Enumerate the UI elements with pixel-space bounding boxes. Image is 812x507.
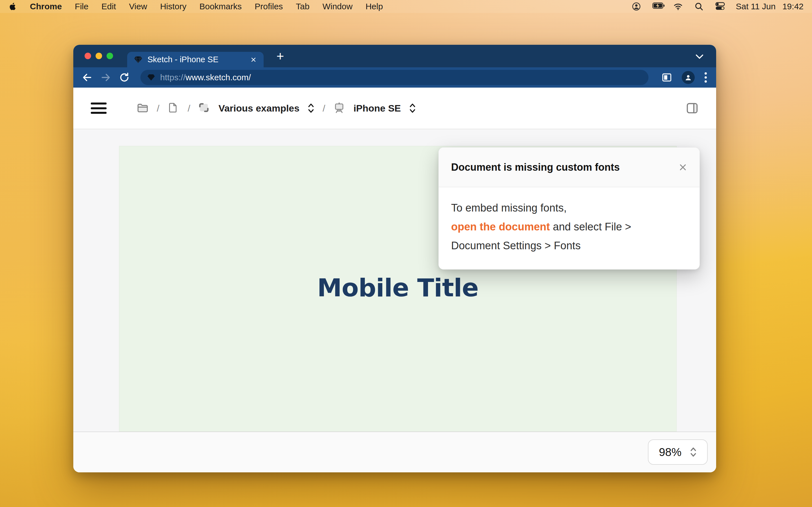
dialog-body: To embed missing fonts, open the documen… [439,187,700,269]
control-center-icon[interactable] [715,2,725,11]
browser-tab-active[interactable]: Sketch - iPhone SE [127,52,264,67]
menu-item-history[interactable]: History [160,2,186,11]
menu-item-chrome[interactable]: Chrome [30,2,62,11]
page-stepper-icon[interactable] [409,102,416,114]
menu-item-help[interactable]: Help [365,2,383,11]
dialog-text-line2-rest: and select File > [550,221,631,233]
page-name[interactable]: iPhone SE [354,103,401,114]
tab-close-icon[interactable] [250,56,257,63]
document-name[interactable]: Various examples [218,103,299,114]
dialog-text-line1: To embed missing fonts, [451,199,687,217]
new-tab-button[interactable]: + [274,50,287,63]
menu-item-bookmarks[interactable]: Bookmarks [199,2,242,11]
open-document-link[interactable]: open the document [451,221,550,233]
breadcrumb: / / Vario [137,102,416,114]
minimize-window-button[interactable] [96,53,102,59]
sketch-app: / / Vario [73,88,716,472]
artboard-icon [198,102,211,114]
battery-charging-icon[interactable] [652,2,662,11]
easel-icon [333,102,346,114]
folder-icon[interactable] [137,102,149,114]
zoom-window-button[interactable] [107,53,113,59]
menu-item-profiles[interactable]: Profiles [255,2,283,11]
user-account-icon[interactable] [631,2,641,11]
zoom-control[interactable]: 98% [648,439,708,465]
apple-icon[interactable] [8,2,17,11]
menu-bar-clock[interactable]: Sat 11 Jun 19:42 [736,2,804,11]
reload-button[interactable] [119,72,130,83]
close-window-button[interactable] [85,53,91,59]
wifi-icon[interactable] [673,2,683,11]
dialog-text-line3: Document Settings > Fonts [451,236,687,255]
breadcrumb-separator: / [188,103,190,114]
menu-item-edit[interactable]: Edit [101,2,116,11]
document-icon[interactable] [167,102,180,114]
dialog-header: Document is missing custom fonts [439,148,700,187]
menu-item-file[interactable]: File [75,2,88,11]
menu-bar-left: Chrome File Edit View History Bookmarks … [8,2,383,11]
zoom-value: 98% [659,446,681,459]
profile-avatar[interactable] [682,71,695,84]
app-header: / / Vario [73,88,716,129]
menu-bar-status: Sat 11 Jun 19:42 [631,2,804,11]
forward-button[interactable] [100,72,111,83]
dialog-title: Document is missing custom fonts [451,161,679,173]
tab-bar: Sketch - iPhone SE + [73,45,716,67]
breadcrumb-separator: / [322,103,325,114]
breadcrumb-separator: / [157,103,159,114]
macos-menu-bar: Chrome File Edit View History Bookmarks … [0,0,812,13]
tab-title: Sketch - iPhone SE [147,55,250,64]
zoom-stepper-icon[interactable] [690,446,697,458]
document-stepper-icon[interactable] [307,102,315,114]
close-icon[interactable] [679,163,687,172]
url-bar[interactable]: https://www.sketch.com/ [140,70,649,85]
browser-toolbar: https://www.sketch.com/ [73,67,716,88]
dialog-text-line2: open the document and select File > [451,217,687,236]
right-panel-toggle-icon[interactable] [686,102,699,115]
desktop: Chrome File Edit View History Bookmarks … [0,0,812,507]
missing-fonts-dialog: Document is missing custom fonts To embe… [439,147,700,270]
search-icon[interactable] [694,2,704,11]
browser-menu-icon[interactable] [704,72,708,83]
menu-item-view[interactable]: View [129,2,147,11]
menu-bar-date: Sat 11 Jun [736,2,776,11]
url-host: www.sketch.com/ [186,73,251,82]
back-button[interactable] [82,72,93,83]
browser-window: Sketch - iPhone SE + [73,45,716,472]
app-footer: 98% [73,432,716,472]
menu-item-window[interactable]: Window [322,2,353,11]
url-scheme: https:// [160,73,186,82]
url-text: https://www.sketch.com/ [160,73,251,82]
sketch-logo-icon [134,55,142,64]
canvas-text-layer: Mobile Title [317,273,478,432]
menu-bar-time: 19:42 [782,2,804,11]
chevron-down-icon[interactable] [695,53,704,60]
hamburger-menu-button[interactable] [91,103,107,114]
menu-item-tab[interactable]: Tab [296,2,309,11]
site-favicon-icon [147,73,155,81]
window-controls [85,53,113,59]
toolbar-right [661,71,708,84]
side-panel-icon[interactable] [661,72,672,83]
